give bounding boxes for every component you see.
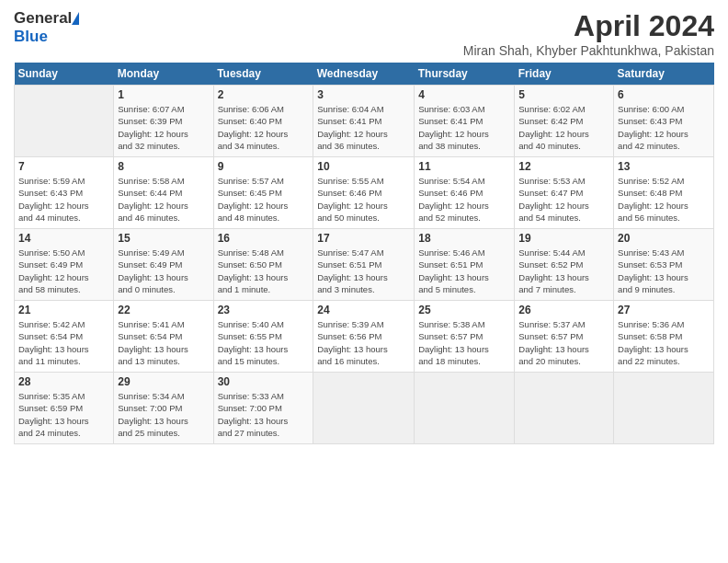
week-row-2: 14Sunrise: 5:50 AM Sunset: 6:49 PM Dayli… (15, 229, 714, 301)
day-number: 17 (317, 232, 410, 245)
header-cell-thursday: Thursday (415, 63, 515, 86)
day-number: 18 (418, 232, 510, 245)
day-number: 22 (118, 304, 209, 316)
day-number: 24 (317, 304, 410, 316)
calendar-cell (415, 373, 515, 444)
day-number: 8 (118, 160, 209, 173)
day-info: Sunrise: 5:44 AM Sunset: 6:52 PM Dayligh… (518, 247, 609, 295)
logo-triangle-icon (72, 12, 79, 25)
day-info: Sunrise: 5:40 AM Sunset: 6:55 PM Dayligh… (218, 318, 310, 367)
week-row-0: 1Sunrise: 6:07 AM Sunset: 6:39 PM Daylig… (15, 86, 714, 157)
calendar-cell: 23Sunrise: 5:40 AM Sunset: 6:55 PM Dayli… (213, 301, 313, 373)
calendar-cell: 4Sunrise: 6:03 AM Sunset: 6:41 PM Daylig… (415, 86, 515, 157)
calendar-cell: 5Sunrise: 6:02 AM Sunset: 6:42 PM Daylig… (515, 86, 614, 157)
calendar-cell: 14Sunrise: 5:50 AM Sunset: 6:49 PM Dayli… (15, 229, 114, 301)
day-number: 4 (418, 88, 510, 101)
day-number: 9 (218, 160, 310, 173)
header-cell-tuesday: Tuesday (213, 63, 313, 86)
calendar-cell: 3Sunrise: 6:04 AM Sunset: 6:41 PM Daylig… (313, 86, 415, 157)
day-number: 10 (317, 160, 410, 173)
day-number: 29 (118, 375, 209, 388)
day-number: 1 (118, 88, 209, 101)
day-info: Sunrise: 5:53 AM Sunset: 6:47 PM Dayligh… (518, 175, 609, 224)
day-number: 28 (18, 375, 109, 388)
day-number: 26 (518, 304, 609, 316)
calendar-cell (515, 373, 614, 444)
calendar-cell: 28Sunrise: 5:35 AM Sunset: 6:59 PM Dayli… (15, 373, 114, 444)
day-info: Sunrise: 5:57 AM Sunset: 6:45 PM Dayligh… (218, 175, 310, 224)
header-row: SundayMondayTuesdayWednesdayThursdayFrid… (15, 63, 714, 86)
calendar-cell (15, 86, 114, 157)
day-number: 21 (18, 304, 109, 316)
header-cell-friday: Friday (515, 63, 614, 86)
calendar-cell: 9Sunrise: 5:57 AM Sunset: 6:45 PM Daylig… (213, 157, 313, 229)
day-info: Sunrise: 5:34 AM Sunset: 7:00 PM Dayligh… (118, 390, 209, 439)
calendar-cell: 7Sunrise: 5:59 AM Sunset: 6:43 PM Daylig… (15, 157, 114, 229)
day-info: Sunrise: 5:37 AM Sunset: 6:57 PM Dayligh… (518, 318, 609, 367)
main-container: General Blue April 2024 Miran Shah, Khyb… (0, 0, 728, 449)
calendar-cell: 2Sunrise: 6:06 AM Sunset: 6:40 PM Daylig… (213, 86, 313, 157)
calendar-cell: 8Sunrise: 5:58 AM Sunset: 6:44 PM Daylig… (114, 157, 213, 229)
calendar-cell: 15Sunrise: 5:49 AM Sunset: 6:49 PM Dayli… (114, 229, 213, 301)
day-info: Sunrise: 5:48 AM Sunset: 6:50 PM Dayligh… (218, 247, 310, 295)
day-info: Sunrise: 5:52 AM Sunset: 6:48 PM Dayligh… (618, 175, 710, 224)
header-cell-sunday: Sunday (15, 63, 114, 86)
page-subtitle: Miran Shah, Khyber Pakhtunkhwa, Pakistan (463, 43, 714, 58)
logo-general: General (14, 9, 72, 28)
calendar-table: SundayMondayTuesdayWednesdayThursdayFrid… (14, 63, 714, 444)
calendar-cell: 17Sunrise: 5:47 AM Sunset: 6:51 PM Dayli… (313, 229, 415, 301)
day-number: 27 (618, 304, 710, 316)
calendar-cell (313, 373, 415, 444)
calendar-cell: 16Sunrise: 5:48 AM Sunset: 6:50 PM Dayli… (213, 229, 313, 301)
header-cell-saturday: Saturday (614, 63, 714, 86)
calendar-cell: 1Sunrise: 6:07 AM Sunset: 6:39 PM Daylig… (114, 86, 213, 157)
day-info: Sunrise: 5:39 AM Sunset: 6:56 PM Dayligh… (317, 318, 410, 367)
day-number: 12 (518, 160, 609, 173)
day-info: Sunrise: 6:02 AM Sunset: 6:42 PM Dayligh… (518, 103, 609, 152)
day-info: Sunrise: 5:49 AM Sunset: 6:49 PM Dayligh… (118, 247, 209, 295)
calendar-cell: 26Sunrise: 5:37 AM Sunset: 6:57 PM Dayli… (515, 301, 614, 373)
day-number: 3 (317, 88, 410, 101)
header-cell-monday: Monday (114, 63, 213, 86)
day-number: 2 (218, 88, 310, 101)
day-info: Sunrise: 5:35 AM Sunset: 6:59 PM Dayligh… (18, 390, 109, 439)
calendar-cell: 10Sunrise: 5:55 AM Sunset: 6:46 PM Dayli… (313, 157, 415, 229)
day-number: 14 (18, 232, 109, 245)
week-row-4: 28Sunrise: 5:35 AM Sunset: 6:59 PM Dayli… (15, 373, 714, 444)
day-info: Sunrise: 6:00 AM Sunset: 6:43 PM Dayligh… (618, 103, 710, 152)
day-info: Sunrise: 5:54 AM Sunset: 6:46 PM Dayligh… (418, 175, 510, 224)
day-number: 13 (618, 160, 710, 173)
calendar-cell (614, 373, 714, 444)
day-info: Sunrise: 6:04 AM Sunset: 6:41 PM Dayligh… (317, 103, 410, 152)
day-info: Sunrise: 5:33 AM Sunset: 7:00 PM Dayligh… (218, 390, 310, 439)
calendar-cell: 19Sunrise: 5:44 AM Sunset: 6:52 PM Dayli… (515, 229, 614, 301)
day-number: 6 (618, 88, 710, 101)
day-info: Sunrise: 5:47 AM Sunset: 6:51 PM Dayligh… (317, 247, 410, 295)
day-number: 16 (218, 232, 310, 245)
calendar-cell: 11Sunrise: 5:54 AM Sunset: 6:46 PM Dayli… (415, 157, 515, 229)
day-number: 5 (518, 88, 609, 101)
calendar-cell: 22Sunrise: 5:41 AM Sunset: 6:54 PM Dayli… (114, 301, 213, 373)
day-number: 19 (518, 232, 609, 245)
day-info: Sunrise: 5:43 AM Sunset: 6:53 PM Dayligh… (618, 247, 710, 295)
page-title: April 2024 (463, 9, 714, 43)
day-info: Sunrise: 5:55 AM Sunset: 6:46 PM Dayligh… (317, 175, 410, 224)
day-info: Sunrise: 5:38 AM Sunset: 6:57 PM Dayligh… (418, 318, 510, 367)
day-info: Sunrise: 6:06 AM Sunset: 6:40 PM Dayligh… (218, 103, 310, 152)
calendar-cell: 27Sunrise: 5:36 AM Sunset: 6:58 PM Dayli… (614, 301, 714, 373)
day-info: Sunrise: 5:36 AM Sunset: 6:58 PM Dayligh… (618, 318, 710, 367)
calendar-cell: 21Sunrise: 5:42 AM Sunset: 6:54 PM Dayli… (15, 301, 114, 373)
day-number: 15 (118, 232, 209, 245)
header-section: General Blue April 2024 Miran Shah, Khyb… (14, 9, 714, 58)
calendar-cell: 20Sunrise: 5:43 AM Sunset: 6:53 PM Dayli… (614, 229, 714, 301)
calendar-cell: 25Sunrise: 5:38 AM Sunset: 6:57 PM Dayli… (415, 301, 515, 373)
day-number: 11 (418, 160, 510, 173)
day-number: 7 (18, 160, 109, 173)
logo: General Blue (14, 9, 79, 46)
day-info: Sunrise: 5:50 AM Sunset: 6:49 PM Dayligh… (18, 247, 109, 295)
day-number: 30 (218, 375, 310, 388)
day-number: 25 (418, 304, 510, 316)
calendar-cell: 13Sunrise: 5:52 AM Sunset: 6:48 PM Dayli… (614, 157, 714, 229)
day-info: Sunrise: 5:59 AM Sunset: 6:43 PM Dayligh… (18, 175, 109, 224)
week-row-1: 7Sunrise: 5:59 AM Sunset: 6:43 PM Daylig… (15, 157, 714, 229)
